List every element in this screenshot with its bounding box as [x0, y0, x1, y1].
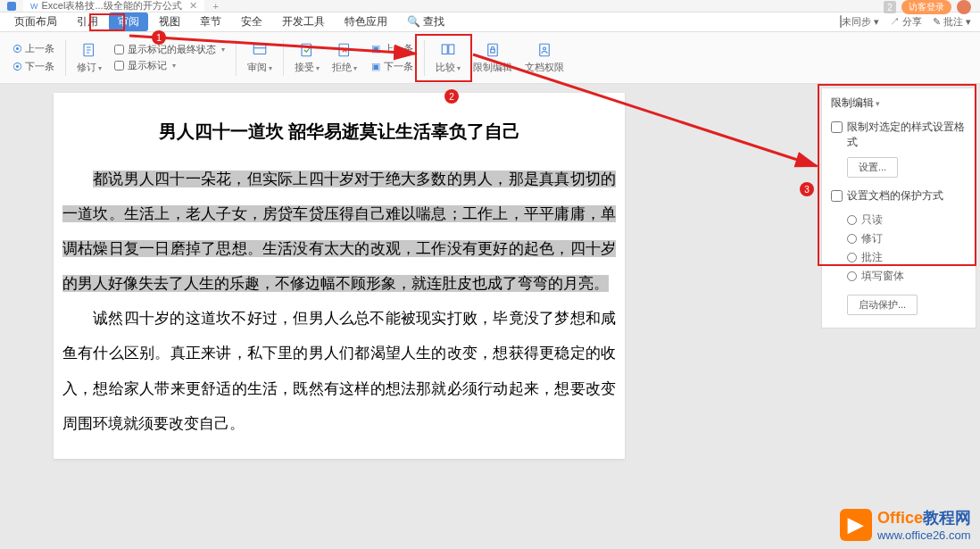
next-change[interactable]: ▣下一条 — [370, 59, 413, 74]
review-pane-button[interactable]: 审阅▾ — [242, 37, 278, 78]
annotate-button[interactable]: ✎ 批注 ▾ — [933, 15, 971, 29]
annotation-box-1 — [89, 13, 125, 31]
document-tab[interactable]: W Excel表格技...级全能的开方公式 ✕ — [23, 0, 204, 12]
svg-rect-7 — [491, 49, 495, 53]
svg-rect-6 — [488, 44, 498, 56]
share-button[interactable]: ↗ 分享 — [890, 15, 922, 29]
restrict-edit-button[interactable]: 限制编辑 — [468, 37, 518, 78]
menu-devtools[interactable]: 开发工具 — [273, 12, 334, 31]
show-final-check[interactable]: 显示标记的最终状态▾ — [114, 43, 225, 56]
annotation-box-2 — [415, 34, 472, 82]
paragraph-1[interactable]: 都说男人四十一朵花，但实际上四十岁对于绝大多数的男人，那是真真切切的一道坎。生活… — [62, 162, 616, 301]
prev-comment-small[interactable]: ⦿上一条 — [11, 41, 54, 56]
menu-view[interactable]: 视图 — [150, 12, 189, 31]
watermark-logo-icon: ▶ — [840, 509, 872, 541]
watermark-url: www.office26.com — [877, 528, 971, 542]
home-tab[interactable] — [0, 0, 23, 12]
prev-change[interactable]: ▣上一条 — [370, 41, 413, 56]
document-page: 男人四十一道坎 韶华易逝莫让生活辜负了自己 都说男人四十一朵花，但实际上四十岁对… — [54, 93, 625, 459]
paragraph-2[interactable]: 诚然四十岁的这道坎不好过，但男人么总不能被现实打败，毕竟没了梦想和咸鱼有什么区别… — [62, 301, 616, 440]
svg-rect-2 — [302, 44, 311, 56]
sync-status[interactable]: 未同步 ▾ — [840, 15, 879, 29]
down-icon: ▣ — [370, 61, 382, 73]
accept-button[interactable]: 接受▾ — [289, 37, 325, 78]
annotation-num-3: 3 — [800, 182, 814, 196]
up-icon: ▣ — [370, 43, 382, 55]
permission-icon — [536, 41, 553, 59]
svg-rect-1 — [253, 45, 266, 54]
show-marks-check[interactable]: 显示标记▾ — [114, 59, 225, 72]
watermark-title: Office教程网 — [877, 507, 971, 528]
annotation-num-2: 2 — [444, 89, 459, 104]
revise-button[interactable]: 修订▾ — [71, 37, 107, 78]
reject-icon — [336, 41, 353, 59]
prev-icon: ⦿ — [11, 43, 23, 55]
tab-title: Excel表格技...级全能的开方公式 — [42, 0, 182, 12]
annotation-box-3 — [818, 84, 976, 266]
next-comment-small[interactable]: ⦿下一条 — [11, 59, 54, 74]
menu-security[interactable]: 安全 — [232, 12, 271, 31]
watermark: ▶ Office教程网 www.office26.com — [840, 507, 971, 542]
guest-login-button[interactable]: 访客登录 — [901, 0, 951, 14]
restrict-icon — [484, 41, 502, 59]
avatar[interactable] — [957, 0, 971, 14]
menu-chapter[interactable]: 章节 — [191, 12, 230, 31]
menu-special[interactable]: 特色应用 — [336, 12, 396, 31]
svg-point-9 — [544, 47, 546, 50]
accept-icon — [298, 41, 316, 59]
document-title: 男人四十一道坎 韶华易逝莫让生活辜负了自己 — [62, 120, 616, 144]
menu-search[interactable]: 🔍查找 — [398, 12, 453, 31]
revise-icon — [80, 41, 98, 59]
new-tab-button[interactable]: + — [204, 1, 228, 12]
menu-page-layout[interactable]: 页面布局 — [5, 12, 66, 31]
review-icon — [251, 41, 269, 59]
reject-button[interactable]: 拒绝▾ — [327, 37, 362, 78]
next-icon: ⦿ — [11, 61, 23, 73]
radio-form[interactable]: 填写窗体 — [847, 267, 967, 286]
notification-badge[interactable]: 2 — [884, 1, 896, 13]
doc-permission-button[interactable]: 文档权限 — [519, 37, 569, 78]
start-protect-button[interactable]: 启动保护... — [847, 295, 918, 315]
annotation-num-1: 1 — [152, 30, 166, 45]
